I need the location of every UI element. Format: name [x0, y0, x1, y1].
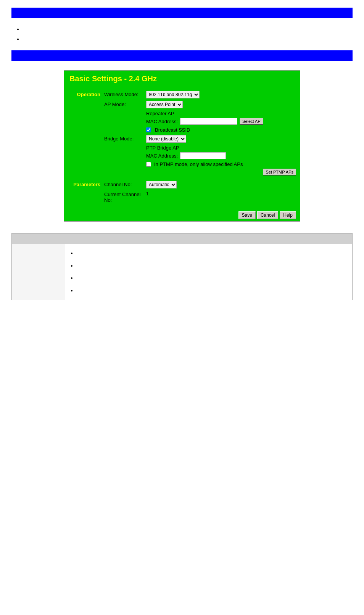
top-bullet-list	[23, 24, 353, 44]
help-button[interactable]: Help	[280, 211, 296, 219]
table-header	[12, 233, 353, 244]
ptmp-only-checkbox[interactable]	[146, 162, 151, 167]
current-channel-row: Current Channel No: 1	[64, 191, 300, 203]
divider	[64, 178, 300, 181]
repeater-mac-input[interactable]	[180, 118, 237, 125]
wireless-mode-row: Operation Wireless Mode: 802.11b and 802…	[64, 91, 300, 98]
ptp-bridge-ap-label: PTP Bridge AP	[146, 145, 179, 151]
wireless-mode-label: Wireless Mode:	[104, 91, 146, 97]
channel-no-label: Channel No:	[104, 181, 146, 187]
ptp-mac-content: PTP Bridge AP MAC Address:	[146, 145, 296, 159]
table-row-label	[12, 244, 65, 300]
info-table	[11, 233, 353, 300]
broadcast-ssid-row: Broadcast SSID	[64, 127, 300, 133]
bridge-mode-content: None (disable) PTP PTMP	[146, 135, 296, 143]
ap-mode-select[interactable]: Access Point Repeater Bridge	[146, 101, 183, 108]
operation-label: Operation	[68, 91, 104, 97]
bridge-mode-label: Bridge Mode:	[104, 135, 146, 142]
ptp-mac-input[interactable]	[180, 152, 226, 159]
table-bullet-list	[77, 247, 348, 297]
ap-mode-label: AP Mode:	[104, 101, 146, 107]
ptmp-only-label: In PTMP mode, only allow specified APs	[154, 161, 243, 167]
current-channel-content: 1	[146, 191, 296, 196]
parameters-label: Parameters	[68, 181, 104, 187]
table-row-content	[65, 244, 353, 300]
table-bullet-item-2	[77, 260, 348, 272]
channel-no-row: Parameters Channel No: Automatic 1 2 3 4…	[64, 181, 300, 188]
settings-footer: Save Cancel Help	[64, 209, 300, 221]
table-bullet-item-4	[77, 285, 348, 297]
top-bullet-item-1	[23, 24, 353, 34]
ap-mode-content: Access Point Repeater Bridge	[146, 101, 296, 108]
broadcast-ssid-checkbox[interactable]	[146, 127, 151, 132]
ptp-mac-address-label: MAC Address:	[146, 153, 178, 159]
ap-mode-row: AP Mode: Access Point Repeater Bridge	[64, 101, 300, 108]
table-bullet-item-3	[77, 272, 348, 285]
wireless-mode-content: 802.11b and 802.11g 802.11b only 802.11g…	[146, 91, 296, 98]
channel-no-select[interactable]: Automatic 1 2 3 4 5 6 7 8 9 10 11	[146, 181, 177, 188]
repeater-mac-content: Repeater AP MAC Address: Select AP	[146, 111, 296, 125]
ptmp-only-row: In PTMP mode, only allow specified APs S…	[64, 161, 300, 175]
settings-body: Operation Wireless Mode: 802.11b and 802…	[64, 87, 300, 209]
settings-title: Basic Settings - 2.4 GHz	[64, 71, 300, 87]
table-bullet-item-1	[77, 247, 348, 260]
select-ap-button[interactable]: Select AP	[240, 118, 263, 125]
top-blue-bar	[11, 8, 353, 18]
bridge-mode-select[interactable]: None (disable) PTP PTMP	[146, 135, 186, 143]
second-blue-bar	[11, 50, 353, 61]
top-bullet-item-2	[23, 34, 353, 44]
bridge-mode-row: Bridge Mode: None (disable) PTP PTMP	[64, 135, 300, 143]
repeater-mac-row: Repeater AP MAC Address: Select AP	[64, 111, 300, 125]
ptmp-only-content: In PTMP mode, only allow specified APs S…	[146, 161, 296, 175]
ptp-mac-row: PTP Bridge AP MAC Address:	[64, 145, 300, 159]
cancel-button[interactable]: Cancel	[257, 211, 278, 219]
broadcast-ssid-label: Broadcast SSID	[155, 127, 190, 133]
broadcast-ssid-content: Broadcast SSID	[146, 127, 296, 133]
mac-address-label: MAC Address:	[146, 119, 178, 124]
set-ptmp-aps-button[interactable]: Set PTMP APs	[263, 169, 296, 175]
channel-no-content: Automatic 1 2 3 4 5 6 7 8 9 10 11	[146, 181, 296, 188]
current-channel-label: Current Channel No:	[104, 191, 146, 203]
wireless-mode-select[interactable]: 802.11b and 802.11g 802.11b only 802.11g…	[146, 91, 200, 98]
settings-box: Basic Settings - 2.4 GHz Operation Wirel…	[64, 70, 300, 222]
repeater-ap-label: Repeater AP	[146, 111, 174, 116]
save-button[interactable]: Save	[238, 211, 256, 219]
current-channel-value: 1	[146, 191, 296, 196]
table-row	[12, 244, 353, 300]
